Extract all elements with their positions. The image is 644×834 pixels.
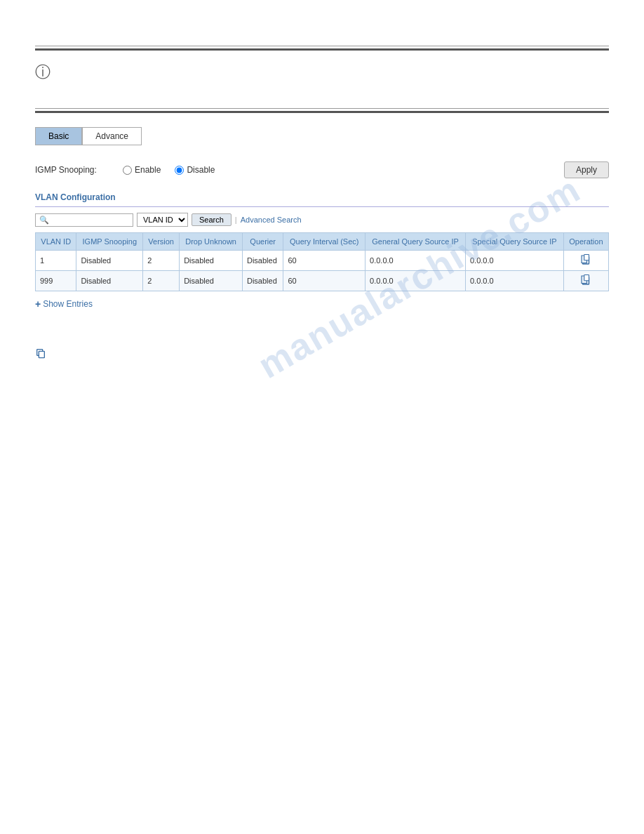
advanced-search-link[interactable]: Advanced Search (241, 216, 302, 224)
query-interval-cell: 60 (283, 251, 365, 271)
show-entries-plus: + (35, 298, 41, 310)
special-query-source-ip-cell: 0.0.0.0 (466, 251, 564, 271)
igmp-disable-option[interactable]: Disable (175, 165, 215, 175)
col-operation: Operation (563, 233, 608, 251)
apply-button[interactable]: Apply (564, 161, 609, 178)
drop-unknown-cell: Disabled (180, 251, 243, 271)
igmp-snooping-cell: Disabled (76, 251, 143, 271)
igmp-enable-label: Enable (135, 165, 161, 175)
vlan-table-body: 1Disabled2DisabledDisabled600.0.0.00.0.0… (36, 251, 609, 291)
tab-basic[interactable]: Basic (35, 127, 82, 145)
vlan-id-select[interactable]: VLAN ID (137, 213, 188, 227)
table-row: 1Disabled2DisabledDisabled600.0.0.00.0.0… (36, 251, 609, 271)
bottom-note (0, 324, 644, 373)
special-query-source-ip-cell: 0.0.0.0 (466, 271, 564, 291)
note-copy-icon (35, 345, 46, 359)
top-rules (0, 46, 644, 51)
general-query-source-ip-cell: 0.0.0.0 (365, 251, 466, 271)
igmp-enable-option[interactable]: Enable (123, 165, 161, 175)
version-cell: 2 (143, 271, 180, 291)
search-glass-icon: 🔍 (39, 216, 49, 225)
col-special-query-source-ip: Special Query Source IP (466, 233, 564, 251)
vlan-table: VLAN ID IGMP Snooping Version Drop Unkno… (35, 232, 609, 291)
pipe-separator: | (235, 216, 237, 224)
igmp-enable-radio[interactable] (123, 166, 132, 175)
igmp-snooping-label: IGMP Snooping: (35, 165, 112, 175)
col-version: Version (143, 233, 180, 251)
edit-icon[interactable] (579, 259, 592, 267)
edit-icon[interactable] (579, 279, 592, 288)
table-row: 999Disabled2DisabledDisabled600.0.0.00.0… (36, 271, 609, 291)
igmp-snooping-row: IGMP Snooping: Enable Disable Apply (35, 156, 609, 184)
info-icon: ⓘ (35, 65, 51, 80)
vlan-id-cell: 1 (36, 251, 76, 271)
igmp-radio-group: Enable Disable (123, 165, 215, 175)
svg-rect-4 (39, 351, 44, 357)
operation-cell (563, 271, 608, 291)
tabs-container: Basic Advance (35, 127, 609, 145)
col-vlan-id: VLAN ID (36, 233, 76, 251)
table-header-row: VLAN ID IGMP Snooping Version Drop Unkno… (36, 233, 609, 251)
vlan-id-cell: 999 (36, 271, 76, 291)
col-general-query-source-ip: General Query Source IP (365, 233, 466, 251)
search-bar: 🔍 VLAN ID Search | Advanced Search (35, 213, 609, 227)
querier-cell: Disabled (242, 271, 283, 291)
vlan-config-title: VLAN Configuration (35, 192, 609, 202)
mid-rules (0, 108, 644, 113)
search-input-wrapper[interactable]: 🔍 (35, 213, 133, 227)
col-drop-unknown: Drop Unknown (180, 233, 243, 251)
igmp-disable-label: Disable (187, 165, 215, 175)
col-igmp-snooping: IGMP Snooping (76, 233, 143, 251)
drop-unknown-cell: Disabled (180, 271, 243, 291)
svg-rect-3 (584, 275, 589, 281)
querier-cell: Disabled (242, 251, 283, 271)
info-section: ⓘ (0, 51, 644, 87)
main-content: Basic Advance IGMP Snooping: Enable Disa… (0, 113, 644, 324)
svg-rect-1 (584, 255, 589, 260)
show-entries-label: Show Entries (43, 299, 93, 309)
operation-cell (563, 251, 608, 271)
col-query-interval: Query Interval (Sec) (283, 233, 365, 251)
show-entries[interactable]: + Show Entries (35, 298, 609, 310)
search-input[interactable] (51, 216, 128, 224)
igmp-disable-radio[interactable] (175, 166, 184, 175)
query-interval-cell: 60 (283, 271, 365, 291)
col-querier: Querier (242, 233, 283, 251)
igmp-snooping-cell: Disabled (76, 271, 143, 291)
version-cell: 2 (143, 251, 180, 271)
tab-advance[interactable]: Advance (82, 127, 142, 145)
general-query-source-ip-cell: 0.0.0.0 (365, 271, 466, 291)
search-button[interactable]: Search (192, 213, 232, 226)
page-wrapper: manualarchive.com ⓘ Basic Advance IGMP S… (0, 46, 644, 834)
